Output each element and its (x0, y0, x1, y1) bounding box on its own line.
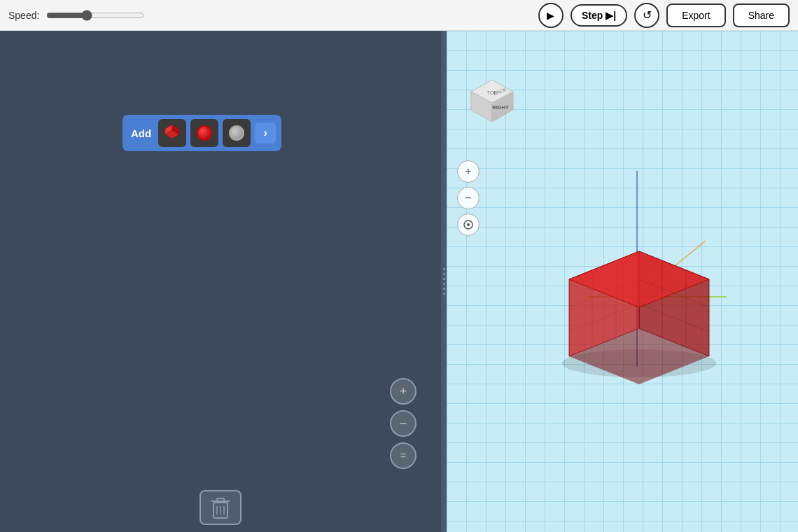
nav-cube-svg: RIGHT BACK TOP (464, 76, 520, 132)
expand-block-button[interactable]: › (255, 122, 276, 144)
circle-gray-icon (229, 125, 244, 141)
svg-point-16 (467, 223, 470, 226)
divider-dot (443, 283, 445, 285)
toolbar: Speed: ▶ Step ▶| ↺ Export Share (0, 0, 798, 31)
divider-dot (443, 293, 445, 295)
code-zoom-in-button[interactable]: + (390, 378, 416, 405)
export-button[interactable]: Export (666, 4, 725, 27)
trash-icon (210, 496, 231, 519)
divider-dot (443, 273, 445, 275)
3d-viewport: RIGHT BACK TOP + − (447, 31, 798, 532)
share-label: Share (748, 10, 774, 21)
code-editor-panel: Add › (0, 31, 441, 532)
divider-dot (443, 278, 445, 280)
share-button[interactable]: Share (733, 4, 790, 27)
panel-divider[interactable] (441, 31, 447, 532)
chevron-right-icon: › (264, 127, 267, 139)
viewport-zoom-in-icon: + (465, 165, 471, 178)
circle-red-icon (197, 125, 212, 141)
svg-text:TOP: TOP (487, 90, 498, 95)
speed-slider[interactable] (46, 10, 144, 21)
fit-icon: = (400, 450, 406, 461)
svg-rect-5 (217, 498, 224, 501)
main-layout: Add › (0, 31, 798, 532)
speed-label: Speed: (8, 10, 39, 21)
add-block[interactable]: Add › (122, 115, 281, 151)
divider-handle (443, 268, 445, 295)
zoom-in-icon: + (400, 384, 407, 399)
shape-3d-cube-button[interactable] (158, 119, 186, 147)
step-button[interactable]: Step ▶| (570, 4, 627, 27)
step-label: Step (582, 10, 603, 21)
add-label: Add (128, 127, 154, 139)
divider-dot (443, 288, 445, 290)
play-button[interactable]: ▶ (538, 3, 564, 28)
reset-icon: ↺ (643, 8, 652, 22)
svg-text:RIGHT: RIGHT (492, 104, 509, 111)
viewport-zoom-out-icon: − (465, 192, 471, 204)
reset-button[interactable]: ↺ (634, 3, 659, 28)
cube-icon (162, 123, 182, 143)
viewport-zoom-out-button[interactable]: − (457, 187, 479, 209)
navigation-cube[interactable]: RIGHT BACK TOP (464, 76, 520, 132)
trash-area[interactable] (200, 490, 241, 525)
divider-dot (443, 268, 445, 270)
viewport-zoom-in-button[interactable]: + (457, 160, 479, 183)
step-icon: ▶| (606, 10, 616, 21)
play-icon: ▶ (547, 10, 554, 21)
3d-cube-object[interactable] (531, 157, 755, 398)
code-zoom-controls: + − = (390, 378, 416, 469)
export-label: Export (682, 10, 710, 21)
shape-circle-gray-button[interactable] (223, 119, 251, 147)
zoom-out-icon: − (400, 416, 407, 431)
viewport-fit-icon (463, 219, 474, 230)
viewport-fit-button[interactable] (457, 214, 479, 236)
viewport-zoom-controls: + − (457, 160, 479, 236)
shape-circle-red-button[interactable] (190, 119, 218, 147)
red-cube-svg (531, 157, 755, 395)
code-fit-button[interactable]: = (390, 442, 416, 469)
code-zoom-out-button[interactable]: − (390, 410, 416, 437)
